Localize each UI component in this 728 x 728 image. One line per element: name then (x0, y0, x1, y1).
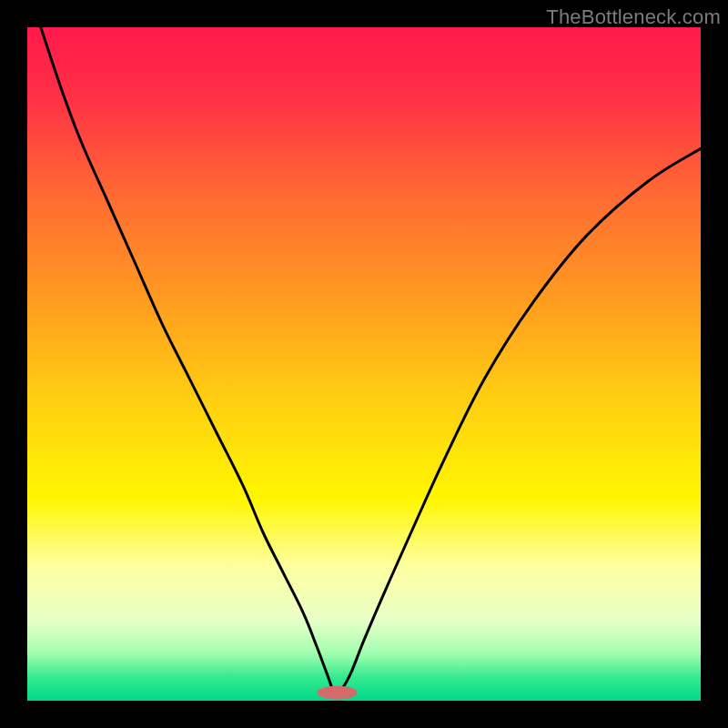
gradient-background (27, 27, 701, 701)
bottleneck-chart (27, 27, 701, 701)
chart-frame: TheBottleneck.com (0, 0, 728, 728)
plot-area (27, 27, 701, 701)
optimal-point-marker (317, 686, 357, 700)
watermark-text: TheBottleneck.com (546, 5, 721, 29)
